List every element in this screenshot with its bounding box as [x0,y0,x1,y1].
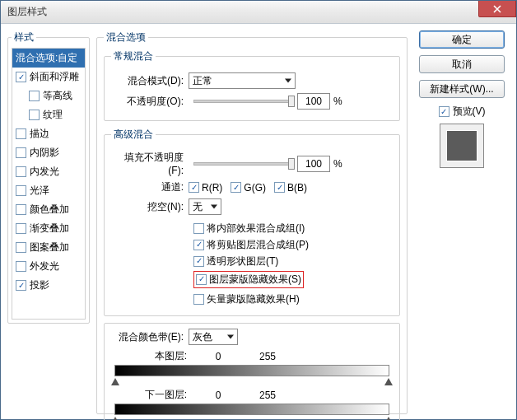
window-title: 图层样式 [7,5,47,19]
styles-list[interactable]: 混合选项:自定斜面和浮雕等高线纹理描边内阴影内发光光泽颜色叠加渐变叠加图案叠加外… [12,48,86,320]
this-layer-lo: 0 [193,351,243,362]
style-item-0[interactable]: 混合选项:自定 [12,49,85,68]
style-checkbox[interactable] [16,72,26,82]
style-item-label: 内阴影 [30,146,59,160]
style-item-label: 投影 [30,278,49,292]
under-layer-hi: 255 [243,390,292,401]
normal-blend-group: 常规混合 混合模式(D): 正常 不透明度(O): 100 % [104,49,400,121]
under-layer-label: 下一图层: [111,388,193,402]
style-item-8[interactable]: 颜色叠加 [12,200,85,219]
adv-option-checkbox[interactable] [193,256,204,267]
fill-opacity-value[interactable]: 100 [297,156,330,172]
adv-option-3[interactable]: 图层蒙版隐藏效果(S) [193,271,304,288]
style-checkbox[interactable] [16,128,26,139]
style-item-4[interactable]: 描边 [12,124,85,143]
styles-column: 样式 混合选项:自定斜面和浮雕等高线纹理描边内阴影内发光光泽颜色叠加渐变叠加图案… [7,30,90,413]
style-item-1[interactable]: 斜面和浮雕 [12,68,85,86]
style-checkbox[interactable] [16,147,26,158]
adv-option-1[interactable]: 将剪贴图层混合成组(P) [193,238,309,252]
style-item-label: 混合选项:自定 [16,51,77,65]
style-checkbox[interactable] [16,223,26,234]
cancel-button[interactable]: 取消 [419,55,505,73]
adv-option-label: 图层蒙版隐藏效果(S) [209,273,301,287]
blending-options-group: 混合选项 常规混合 混合模式(D): 正常 不透明度(O): 100 % [96,30,408,414]
preview-label: 预览(V) [453,105,486,119]
preview-toggle[interactable]: 预览(V) [414,105,510,119]
under-layer-lo: 0 [193,390,243,401]
adv-option-checkbox[interactable] [193,294,204,305]
style-item-12[interactable]: 投影 [12,276,85,295]
style-item-label: 描边 [30,127,49,141]
style-item-3[interactable]: 纹理 [12,105,85,124]
options-column: 混合选项 常规混合 混合模式(D): 正常 不透明度(O): 100 % [96,30,408,413]
adv-option-label: 将剪贴图层混合成组(P) [207,238,309,252]
style-checkbox[interactable] [16,280,26,291]
adv-option-checkbox[interactable] [193,223,204,234]
close-icon [493,5,501,13]
blend-if-label: 混合颜色带(E): [111,330,189,344]
styles-legend: 样式 [12,30,36,44]
blend-mode-select[interactable]: 正常 [189,72,296,89]
channel-g[interactable]: G(G) [231,182,266,194]
style-item-label: 纹理 [43,108,63,122]
style-item-11[interactable]: 外发光 [12,257,85,276]
under-layer-range[interactable] [114,404,389,415]
style-item-label: 颜色叠加 [30,203,69,217]
style-item-7[interactable]: 光泽 [12,181,85,200]
adv-option-label: 矢量蒙版隐藏效果(H) [207,292,300,306]
preview-inner [447,131,477,161]
adv-option-label: 透明形状图层(T) [207,254,278,268]
knockout-select[interactable]: 无 [189,198,221,215]
style-item-9[interactable]: 渐变叠加 [12,219,85,238]
blending-options-legend: 混合选项 [104,30,148,44]
style-checkbox[interactable] [16,242,26,253]
channels-label: 通道: [111,180,189,194]
style-item-10[interactable]: 图案叠加 [12,238,85,257]
channel-r[interactable]: R(R) [189,182,222,194]
style-item-label: 光泽 [30,184,49,198]
style-item-label: 图案叠加 [30,240,69,254]
style-item-label: 等高线 [43,89,72,103]
fill-opacity-slider[interactable] [193,162,292,166]
adv-option-checkbox[interactable] [196,274,207,285]
close-button[interactable] [478,1,516,17]
adv-option-2[interactable]: 透明形状图层(T) [193,254,278,268]
style-checkbox[interactable] [16,204,26,215]
this-layer-range[interactable] [114,365,389,376]
this-layer-hi: 255 [243,351,292,362]
style-item-label: 外发光 [30,259,59,273]
advanced-options-list: 将内部效果混合成组(I)将剪贴图层混合成组(P)透明形状图层(T)图层蒙版隐藏效… [111,219,393,306]
style-checkbox[interactable] [16,166,26,177]
adv-option-4[interactable]: 矢量蒙版隐藏效果(H) [193,292,300,306]
blend-if-group: 混合颜色带(E): 灰色 本图层: 0 255 下一图层: 0 255 [104,323,400,420]
style-item-6[interactable]: 内发光 [12,162,85,181]
style-checkbox[interactable] [29,91,40,101]
blend-if-select[interactable]: 灰色 [189,329,238,345]
style-checkbox[interactable] [29,110,40,120]
ok-button[interactable]: 确定 [419,30,505,49]
adv-option-0[interactable]: 将内部效果混合成组(I) [193,222,305,236]
adv-option-checkbox[interactable] [193,240,204,250]
style-item-label: 内发光 [30,165,59,179]
preview-checkbox[interactable] [439,106,449,117]
normal-blend-legend: 常规混合 [111,49,156,63]
style-item-2[interactable]: 等高线 [12,86,85,105]
knockout-label: 挖空(N): [111,200,189,214]
opacity-slider[interactable] [193,100,292,103]
style-checkbox[interactable] [16,261,26,272]
style-item-5[interactable]: 内阴影 [12,143,85,162]
opacity-unit: % [333,96,342,107]
new-style-button[interactable]: 新建样式(W)... [419,80,505,98]
advanced-blend-legend: 高级混合 [111,128,156,142]
this-layer-label: 本图层: [111,349,193,363]
channel-b[interactable]: B(B) [274,182,307,194]
style-item-label: 渐变叠加 [30,222,69,236]
preview-swatch [440,124,484,168]
actions-column: 确定 取消 新建样式(W)... 预览(V) [414,30,510,413]
style-checkbox[interactable] [16,185,26,196]
fill-opacity-unit: % [333,158,342,170]
style-item-label: 斜面和浮雕 [30,70,79,84]
opacity-value[interactable]: 100 [297,93,330,110]
adv-option-label: 将内部效果混合成组(I) [207,222,305,236]
titlebar[interactable]: 图层样式 [1,1,516,24]
